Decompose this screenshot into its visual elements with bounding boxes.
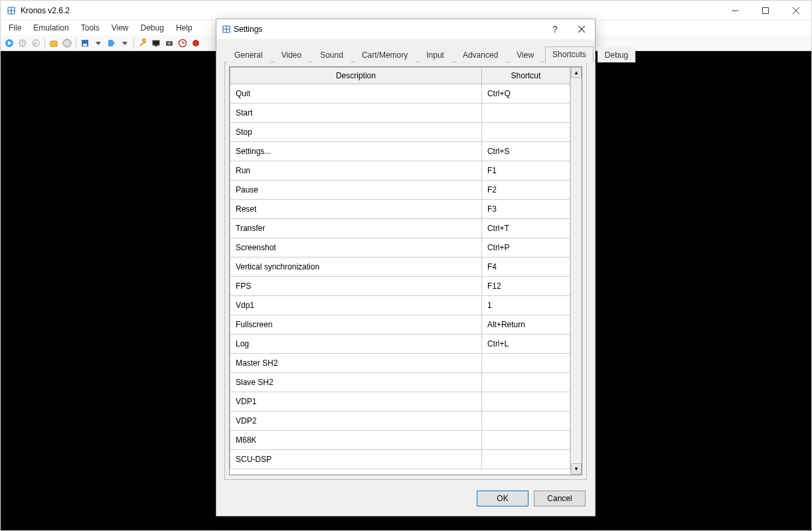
open-icon[interactable] xyxy=(48,37,60,49)
table-row[interactable]: ScreenshotCtrl+P xyxy=(230,238,570,258)
cell-shortcut[interactable] xyxy=(481,123,570,142)
cell-description[interactable]: Start xyxy=(230,104,482,123)
tab-general[interactable]: General xyxy=(227,47,270,62)
cell-description[interactable]: Vertical synchronization xyxy=(230,258,482,277)
cell-description[interactable]: Log xyxy=(230,335,482,354)
ok-button[interactable]: OK xyxy=(477,491,528,506)
maximize-button[interactable] xyxy=(750,1,781,21)
table-row[interactable]: QuitCtrl+Q xyxy=(230,84,570,104)
cell-description[interactable]: Transfer xyxy=(230,219,482,238)
disc-icon[interactable] xyxy=(61,37,73,49)
cell-description[interactable]: Settings... xyxy=(230,142,482,161)
play-icon[interactable] xyxy=(3,37,15,49)
cell-shortcut[interactable] xyxy=(481,431,570,450)
monitor-icon[interactable] xyxy=(150,37,162,49)
table-row[interactable]: FullscreenAlt+Return xyxy=(230,315,570,335)
menu-view[interactable]: View xyxy=(106,22,134,34)
cell-description[interactable]: SCU-DSP xyxy=(230,450,482,469)
menu-file[interactable]: File xyxy=(3,22,27,34)
cell-shortcut[interactable]: Alt+Return xyxy=(481,315,570,335)
cell-description[interactable]: M68K xyxy=(230,431,482,450)
menu-help[interactable]: Help xyxy=(171,22,198,34)
cell-shortcut[interactable]: Ctrl+P xyxy=(481,238,570,258)
table-row[interactable]: FPSF12 xyxy=(230,277,570,296)
menu-debug[interactable]: Debug xyxy=(135,22,169,34)
cell-shortcut[interactable]: 1 xyxy=(481,296,570,315)
cell-shortcut[interactable]: F1 xyxy=(481,161,570,181)
cell-shortcut[interactable] xyxy=(481,354,570,373)
cell-shortcut[interactable] xyxy=(481,373,570,392)
cell-description[interactable]: Stop xyxy=(230,123,482,142)
table-row[interactable]: ResetF3 xyxy=(230,200,570,219)
table-row[interactable]: TransferCtrl+T xyxy=(230,219,570,238)
scroll-up-icon[interactable]: ▲ xyxy=(571,67,582,78)
scroll-down-icon[interactable]: ▼ xyxy=(571,463,582,475)
cell-description[interactable]: FPS xyxy=(230,277,482,296)
cell-description[interactable]: Slave SH2 xyxy=(230,373,482,392)
tab-view[interactable]: View xyxy=(509,47,541,62)
cell-shortcut[interactable]: F4 xyxy=(481,258,570,277)
cell-description[interactable]: Reset xyxy=(230,200,482,219)
record-icon[interactable] xyxy=(190,37,202,49)
reset-icon[interactable] xyxy=(30,37,42,49)
cell-description[interactable]: Run xyxy=(230,161,482,181)
cell-description[interactable]: VDP1 xyxy=(230,392,482,412)
cell-shortcut[interactable]: F12 xyxy=(481,277,570,296)
header-shortcut[interactable]: Shortcut xyxy=(481,68,570,84)
scroll-track[interactable] xyxy=(571,78,582,463)
table-row[interactable]: Settings...Ctrl+S xyxy=(230,142,570,161)
vertical-scrollbar[interactable]: ▲ ▼ xyxy=(570,67,582,475)
minimize-button[interactable] xyxy=(720,1,750,21)
cell-description[interactable]: Quit xyxy=(230,84,482,104)
menu-emulation[interactable]: Emulation xyxy=(28,22,74,34)
table-row[interactable]: VDP2 xyxy=(230,412,570,431)
table-row[interactable]: Vdp11 xyxy=(230,296,570,315)
cell-shortcut[interactable] xyxy=(481,412,570,431)
tab-debug[interactable]: Debug xyxy=(598,47,635,62)
cell-description[interactable]: Screenshot xyxy=(230,238,482,258)
cancel-button[interactable]: Cancel xyxy=(534,491,586,506)
wrench-icon[interactable] xyxy=(137,37,149,49)
table-row[interactable]: SCU-DSP xyxy=(230,450,570,469)
clock-icon[interactable] xyxy=(177,37,189,49)
dialog-close-button[interactable] xyxy=(568,19,595,39)
tab-sound[interactable]: Sound xyxy=(313,47,351,62)
camera-icon[interactable] xyxy=(163,37,175,49)
dropdown-icon[interactable] xyxy=(119,37,131,49)
table-row[interactable]: RunF1 xyxy=(230,161,570,181)
table-row[interactable]: PauseF2 xyxy=(230,181,570,200)
save-icon[interactable] xyxy=(79,37,91,49)
header-description[interactable]: Description xyxy=(230,68,482,84)
dropdown-icon[interactable] xyxy=(92,37,104,49)
tab-video[interactable]: Video xyxy=(274,47,309,62)
cell-description[interactable]: Pause xyxy=(230,181,482,200)
cell-shortcut[interactable]: Ctrl+L xyxy=(481,335,570,354)
cell-description[interactable]: Fullscreen xyxy=(230,315,482,335)
table-row[interactable]: VDP1 xyxy=(230,392,570,412)
tab-cart-memory[interactable]: Cart/Memory xyxy=(355,47,415,62)
table-row[interactable]: Start xyxy=(230,104,570,123)
cell-description[interactable]: Master SH2 xyxy=(230,354,482,373)
table-row[interactable]: M68K xyxy=(230,431,570,450)
cell-shortcut[interactable]: Ctrl+S xyxy=(481,142,570,161)
cell-shortcut[interactable] xyxy=(481,392,570,412)
menu-tools[interactable]: Tools xyxy=(76,22,105,34)
tab-advanced[interactable]: Advanced xyxy=(455,47,505,62)
cell-description[interactable]: VDP2 xyxy=(230,412,482,431)
help-button[interactable]: ? xyxy=(542,19,568,39)
cell-shortcut[interactable]: Ctrl+T xyxy=(481,219,570,238)
cell-shortcut[interactable]: F2 xyxy=(481,181,570,200)
table-row[interactable]: Slave SH2 xyxy=(230,373,570,392)
cell-description[interactable]: Vdp1 xyxy=(230,296,482,315)
cell-shortcut[interactable]: Ctrl+Q xyxy=(481,84,570,104)
pause-icon[interactable] xyxy=(17,37,29,49)
tab-input[interactable]: Input xyxy=(419,47,451,62)
cell-shortcut[interactable]: F3 xyxy=(481,200,570,219)
cell-shortcut[interactable] xyxy=(481,450,570,469)
tab-shortcuts[interactable]: Shortcuts xyxy=(545,46,594,62)
cell-shortcut[interactable] xyxy=(481,104,570,123)
tag-icon[interactable] xyxy=(106,37,118,49)
table-row[interactable]: Stop xyxy=(230,123,570,142)
table-row[interactable]: LogCtrl+L xyxy=(230,335,570,354)
table-row[interactable]: Vertical synchronizationF4 xyxy=(230,258,570,277)
